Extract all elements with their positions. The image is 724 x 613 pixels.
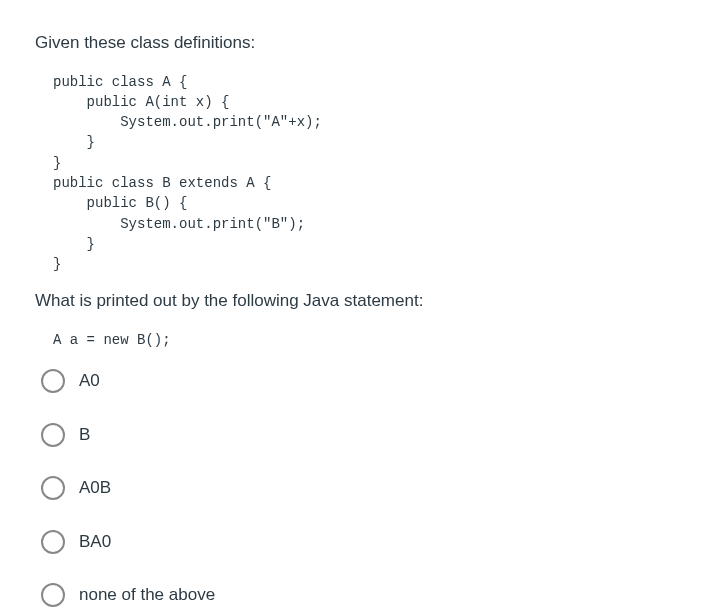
option-label: none of the above <box>79 582 215 608</box>
radio-icon[interactable] <box>41 583 65 607</box>
radio-icon[interactable] <box>41 476 65 500</box>
option-row[interactable]: A0B <box>35 475 689 501</box>
radio-icon[interactable] <box>41 369 65 393</box>
option-label: BA0 <box>79 529 111 555</box>
option-label: B <box>79 422 90 448</box>
option-label: A0 <box>79 368 100 394</box>
radio-icon[interactable] <box>41 530 65 554</box>
question-intro: Given these class definitions: <box>35 30 689 56</box>
option-label: A0B <box>79 475 111 501</box>
code-block-statement: A a = new B(); <box>53 330 689 350</box>
question-container: Given these class definitions: public cl… <box>35 30 689 608</box>
option-row[interactable]: BA0 <box>35 529 689 555</box>
code-block-definitions: public class A { public A(int x) { Syste… <box>53 72 689 275</box>
options-list: A0 B A0B BA0 none of the above <box>35 368 689 608</box>
option-row[interactable]: B <box>35 422 689 448</box>
radio-icon[interactable] <box>41 423 65 447</box>
question-prompt: What is printed out by the following Jav… <box>35 288 689 314</box>
option-row[interactable]: none of the above <box>35 582 689 608</box>
option-row[interactable]: A0 <box>35 368 689 394</box>
